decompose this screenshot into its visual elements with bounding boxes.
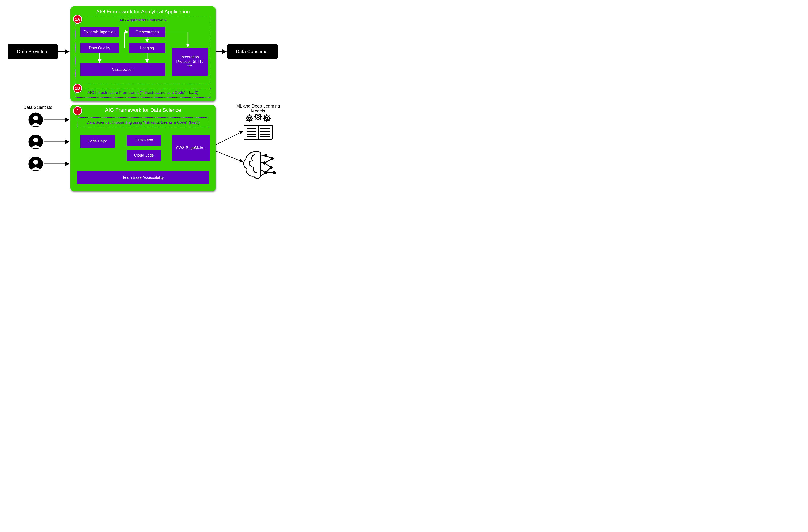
box-integration-protocol: Integration Protocol: SFTP, etc. (172, 48, 207, 76)
box-logging-label: Logging (140, 46, 154, 50)
panel1-title: AIG Framework for Analytical Application (70, 6, 216, 16)
ml-models-label: ML and Deep Learning Models (231, 103, 285, 114)
arrow-sagemaker-to-brain (216, 151, 243, 162)
box-code-repo: Code Repo (80, 135, 115, 148)
badge-2-text: 2 (76, 109, 79, 113)
svg-point-27 (266, 117, 268, 119)
data-scientists-label: Data Scientists (18, 105, 57, 110)
svg-line-13 (247, 120, 247, 121)
svg-line-15 (247, 115, 247, 116)
frame-infra-title: AIG Infrastructure Framework ("Infrastru… (75, 91, 210, 95)
svg-line-23 (255, 118, 256, 119)
svg-line-58 (260, 170, 266, 173)
data-providers-label: Data Providers (17, 49, 49, 54)
box-visualization-label: Visualization (112, 68, 134, 72)
svg-line-35 (264, 115, 265, 116)
box-data-repo: Data Repo (127, 135, 161, 146)
svg-line-14 (252, 115, 252, 116)
box-aws-sagemaker: AWS SageMaker (172, 135, 210, 160)
svg-line-25 (255, 114, 256, 115)
svg-point-7 (249, 117, 251, 119)
svg-point-26 (264, 116, 269, 121)
svg-point-17 (257, 115, 259, 118)
box-data-repo-label: Data Repo (134, 138, 153, 142)
svg-line-56 (264, 159, 272, 163)
data-consumer-box: Data Consumer (227, 44, 278, 59)
svg-line-61 (260, 173, 266, 176)
svg-line-54 (266, 155, 272, 159)
svg-line-53 (260, 155, 266, 155)
svg-point-6 (247, 116, 252, 121)
box-orchestration: Orchestration (129, 27, 165, 37)
user-icon (28, 134, 43, 149)
panel-data-science: AIG Framework for Data Science 2 Data Sc… (70, 105, 216, 191)
frame-app-title: AIG Application Framework (75, 18, 210, 22)
svg-line-34 (269, 115, 270, 116)
box-visualization: Visualization (80, 63, 165, 76)
svg-line-24 (260, 114, 261, 115)
box-cloud-logs: Cloud Logs (127, 150, 161, 160)
panel2-title: AIG Framework for Data Science (70, 105, 216, 114)
badge-2: 2 (73, 106, 82, 115)
ml-gears-book-icon (240, 114, 276, 144)
box-code-repo-label: Code Repo (88, 139, 107, 144)
svg-line-57 (264, 163, 271, 167)
svg-line-32 (269, 120, 270, 121)
box-logging: Logging (129, 43, 165, 53)
data-providers-box: Data Providers (7, 44, 58, 59)
box-data-quality-label: Data Quality (89, 46, 110, 50)
box-cloud-logs-label: Cloud Logs (134, 153, 153, 158)
frame-onboarding-title: Data Scientist Onboarding using "Infrast… (77, 120, 209, 125)
svg-line-12 (252, 120, 252, 121)
user-icon (28, 112, 43, 127)
box-dynamic-ingestion-label: Dynamic Ingestion (84, 30, 115, 34)
box-dynamic-ingestion: Dynamic Ingestion (80, 27, 119, 37)
svg-point-3 (33, 137, 38, 142)
badge-1b: 1B (73, 84, 82, 93)
box-integration-protocol-label: Integration Protocol: SFTP, etc. (173, 55, 206, 69)
frame-aig-infrastructure: AIG Infrastructure Framework ("Infrastru… (75, 88, 211, 98)
box-orchestration-label: Orchestration (135, 30, 159, 34)
brain-network-icon (242, 149, 279, 182)
panel-analytical-application: AIG Framework for Analytical Application… (70, 6, 216, 101)
svg-line-33 (264, 120, 265, 121)
svg-point-1 (33, 115, 38, 120)
frame-ds-onboarding: Data Scientist Onboarding using "Infrast… (77, 117, 209, 128)
badge-1b-text: 1B (75, 86, 80, 91)
box-team-base-label: Team Base Accessibility (122, 175, 164, 180)
user-icon (28, 156, 43, 171)
data-consumer-label: Data Consumer (236, 49, 269, 54)
box-data-quality: Data Quality (80, 43, 119, 53)
badge-1a: 1A (73, 15, 82, 24)
box-aws-sagemaker-label: AWS SageMaker (176, 146, 206, 150)
arrow-sagemaker-to-mlbook (216, 131, 243, 145)
svg-line-59 (266, 167, 271, 173)
svg-line-22 (260, 118, 261, 119)
badge-1a-text: 1A (75, 17, 80, 22)
svg-point-5 (33, 159, 38, 164)
box-team-base-accessibility: Team Base Accessibility (77, 171, 209, 184)
